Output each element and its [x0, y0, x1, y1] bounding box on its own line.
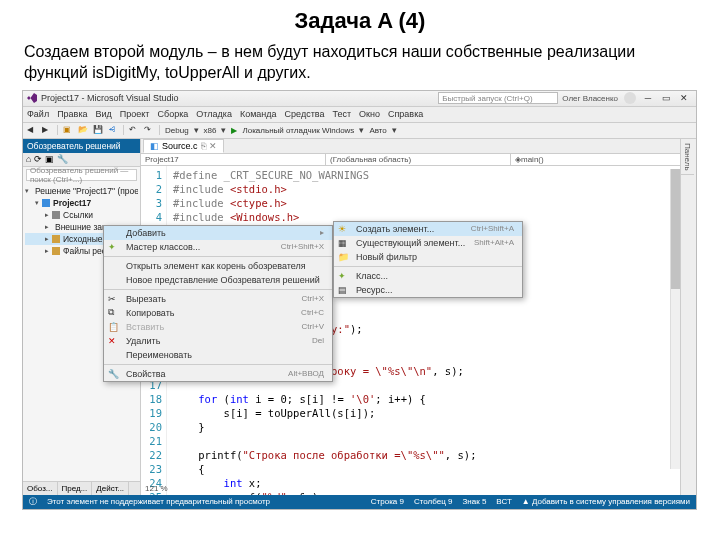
menu-bar: Файл Правка Вид Проект Сборка Отладка Ко… — [23, 107, 696, 123]
menu-rename[interactable]: Переименовать — [104, 348, 332, 362]
menu-scope[interactable]: Открыть элемент как корень обозревателя — [104, 259, 332, 273]
redo-icon[interactable]: ↷ — [144, 125, 154, 135]
scrollbar-thumb[interactable] — [671, 169, 680, 289]
user-avatar-icon[interactable] — [624, 92, 636, 104]
quick-launch-input[interactable]: Быстрый запуск (Ctrl+Q) — [438, 92, 558, 104]
solution-context-menu[interactable]: Добавить▸ ✦ Мастер классов...Ctrl+Shift+… — [103, 225, 333, 382]
platform-selector[interactable]: x86 — [204, 126, 217, 135]
submenu-new-filter[interactable]: 📁 Новый фильтр — [334, 250, 522, 264]
pin-icon[interactable]: ⎘ — [201, 141, 206, 151]
slide-body-text: Создаем второй модуль – в нем будут нахо… — [24, 42, 696, 84]
submenu-existing-item[interactable]: ▦ Существующий элемент...Shift+Alt+A — [334, 236, 522, 250]
run-button-icon[interactable]: ▶ — [231, 126, 237, 135]
menu-tools[interactable]: Средства — [285, 109, 325, 119]
menu-window[interactable]: Окно — [359, 109, 380, 119]
menu-edit[interactable]: Правка — [57, 109, 87, 119]
menu-view[interactable]: Вид — [96, 109, 112, 119]
vs-logo-icon — [27, 93, 37, 103]
status-line: Строка 9 — [371, 497, 404, 506]
document-tabs[interactable]: ◧ Source.c ⎘ ✕ — [141, 139, 696, 154]
run-label[interactable]: Локальный отладчик Windows — [242, 126, 354, 135]
menu-team[interactable]: Команда — [240, 109, 277, 119]
tab-team[interactable]: Дейст... — [92, 482, 129, 495]
window-title: Project17 - Microsoft Visual Studio — [41, 93, 178, 103]
close-button[interactable]: ✕ — [676, 92, 692, 104]
cut-icon: ✂ — [108, 294, 116, 304]
editor-scrollbar[interactable] — [670, 169, 680, 469]
solution-explorer-header: Обозреватель решений — [23, 139, 140, 153]
menu-test[interactable]: Тест — [332, 109, 351, 119]
config-selector[interactable]: Debug — [165, 126, 189, 135]
copy-icon: ⧉ — [108, 307, 114, 318]
nav-back-icon[interactable]: ◀ — [27, 125, 37, 135]
collapse-icon[interactable]: ▣ — [45, 154, 54, 164]
wizard-icon: ✦ — [108, 242, 116, 252]
tab-close-icon[interactable]: ✕ — [209, 141, 217, 151]
undo-icon[interactable]: ↶ — [129, 125, 139, 135]
class-icon: ✦ — [338, 271, 346, 281]
zoom-level[interactable]: 121 % — [145, 484, 168, 493]
tab-source-c[interactable]: ◧ Source.c ⎘ ✕ — [143, 139, 224, 153]
menu-copy[interactable]: ⧉ КопироватьCtrl+C — [104, 306, 332, 320]
auto-label[interactable]: Авто — [369, 126, 386, 135]
submenu-new-item[interactable]: ☀ Создать элемент...Ctrl+Shift+A — [334, 222, 522, 236]
tab-explorer[interactable]: Обоз... — [23, 482, 58, 495]
save-icon[interactable]: 💾 — [93, 125, 103, 135]
existing-item-icon: ▦ — [338, 238, 347, 248]
sidebar-bottom-tabs[interactable]: Обоз... Пред... Дейст... — [23, 481, 140, 495]
minimize-button[interactable]: ─ — [640, 92, 656, 104]
submenu-class[interactable]: ✦ Класс... — [334, 269, 522, 283]
visual-studio-window: Project17 - Microsoft Visual Studio Быст… — [22, 90, 697, 510]
solution-explorer-toolbar[interactable]: ⌂ ⟳ ▣ 🔧 — [23, 153, 140, 167]
status-ins: ВСТ — [496, 497, 511, 506]
menu-class-wizard[interactable]: ✦ Мастер классов...Ctrl+Shift+X — [104, 240, 332, 254]
status-info-icon: ⓘ — [29, 496, 37, 507]
crumb-function[interactable]: ◈ main() — [511, 154, 696, 165]
toolbar: ◀ ▶ ▣ 📂 💾 ⩤ ↶ ↷ Debug ▾ x86 ▾ ▶ Локальны… — [23, 123, 696, 139]
maximize-button[interactable]: ▭ — [658, 92, 674, 104]
solution-node[interactable]: Решение "Project17" (проектов: 1) — [35, 186, 138, 196]
menu-new-view[interactable]: Новое представление Обозревателя решений — [104, 273, 332, 287]
solution-search-input[interactable]: Обозреватель решений — поиск (Ctrl+...) — [26, 169, 137, 181]
project-node[interactable]: Project17 — [53, 198, 91, 208]
wrench-icon-menu: 🔧 — [108, 369, 119, 379]
crumb-scope[interactable]: (Глобальная область) — [326, 154, 511, 165]
folder-icon: 📁 — [338, 252, 349, 262]
right-side-panels[interactable]: Панель — [680, 139, 696, 495]
cfile-icon: ◧ — [150, 141, 159, 151]
menu-debug[interactable]: Отладка — [196, 109, 232, 119]
menu-file[interactable]: Файл — [27, 109, 49, 119]
ide-titlebar[interactable]: Project17 - Microsoft Visual Studio Быст… — [23, 91, 696, 107]
menu-delete[interactable]: ✕ УдалитьDel — [104, 334, 332, 348]
refs-node[interactable]: Ссылки — [63, 210, 93, 220]
nav-fwd-icon[interactable]: ▶ — [42, 125, 52, 135]
new-item-icon: ☀ — [338, 224, 346, 234]
menu-project[interactable]: Проект — [120, 109, 150, 119]
menu-cut[interactable]: ✂ ВырезатьCtrl+X — [104, 292, 332, 306]
slide-title: Задача A (4) — [0, 8, 720, 34]
signed-in-user[interactable]: Олег Власенко — [562, 94, 618, 103]
menu-paste[interactable]: 📋 ВставитьCtrl+V — [104, 320, 332, 334]
tab-source-c-label: Source.c — [162, 141, 198, 151]
tab-classes[interactable]: Пред... — [58, 482, 93, 495]
add-submenu[interactable]: ☀ Создать элемент...Ctrl+Shift+A ▦ Сущес… — [333, 221, 523, 298]
navigation-bar[interactable]: Project17 (Глобальная область) ◈ main() — [141, 154, 696, 166]
open-icon[interactable]: 📂 — [78, 125, 88, 135]
menu-build[interactable]: Сборка — [158, 109, 189, 119]
save-all-icon[interactable]: ⩤ — [108, 125, 118, 135]
menu-add[interactable]: Добавить▸ — [104, 226, 332, 240]
submenu-resource[interactable]: ▤ Ресурс... — [334, 283, 522, 297]
delete-icon: ✕ — [108, 336, 116, 346]
status-add-vcs[interactable]: ▲ Добавить в систему управления версиями — [522, 497, 690, 506]
crumb-project[interactable]: Project17 — [141, 154, 326, 165]
vtab-toolbox[interactable]: Панель — [681, 139, 694, 176]
home-icon[interactable]: ⌂ — [26, 154, 31, 164]
status-col: Столбец 9 — [414, 497, 453, 506]
refresh-icon[interactable]: ⟳ — [34, 154, 42, 164]
sources-node[interactable]: Исходные — [63, 234, 103, 244]
wrench-icon[interactable]: 🔧 — [57, 154, 68, 164]
new-project-icon[interactable]: ▣ — [63, 125, 73, 135]
menu-help[interactable]: Справка — [388, 109, 423, 119]
menu-properties[interactable]: 🔧 СвойстваAlt+ВВОД — [104, 367, 332, 381]
status-bar: ⓘ Этот элемент не поддерживает предварит… — [23, 495, 696, 509]
